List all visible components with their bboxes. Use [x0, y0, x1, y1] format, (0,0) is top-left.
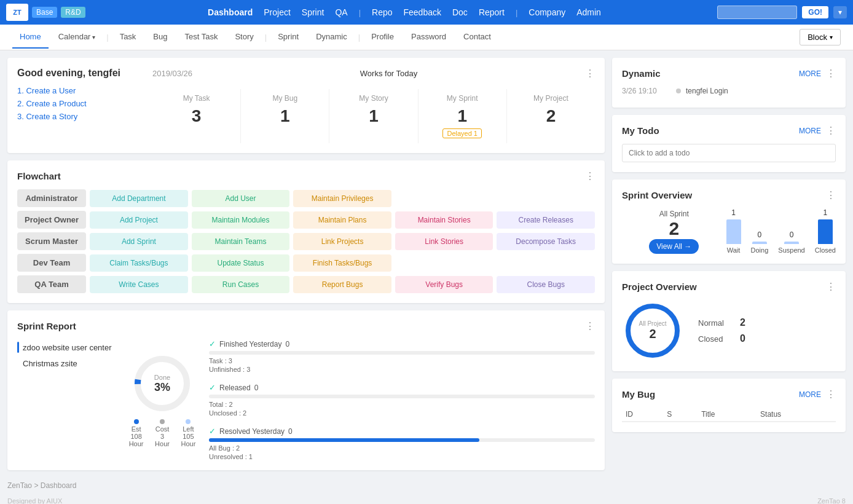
project-donut: All Project 2: [622, 300, 683, 361]
sec-nav-task[interactable]: Task: [112, 26, 144, 49]
sprint-report-menu-icon[interactable]: ⋮: [585, 320, 595, 332]
donut-left: Left 105 Hour: [178, 419, 199, 447]
greeting-menu-icon[interactable]: ⋮: [585, 68, 595, 79]
todo-menu-icon[interactable]: ⋮: [826, 125, 836, 136]
tag-rd[interactable]: R&D: [61, 7, 85, 18]
flow-add-department[interactable]: Add Department: [90, 190, 188, 207]
flow-report-bugs[interactable]: Report Bugs: [293, 276, 391, 293]
greeting-step-3[interactable]: 3. Create a Story: [17, 112, 140, 121]
flow-run-cases[interactable]: Run Cases: [192, 276, 290, 293]
nav-company[interactable]: Company: [529, 7, 565, 17]
sec-nav-calendar[interactable]: Calendar: [51, 26, 103, 49]
flow-add-user[interactable]: Add User: [192, 190, 290, 207]
search-input[interactable]: [717, 6, 797, 19]
sprint-bar-closed: 1 Closed: [815, 208, 836, 254]
todo-input[interactable]: [622, 144, 836, 162]
nav-report[interactable]: Report: [479, 7, 505, 17]
my-bug-card: My Bug MORE ⋮ ID S Title Status: [612, 379, 846, 432]
progress-resolved: ✓ Resolved Yesterday 0 All Bug : 2 Unres…: [209, 427, 595, 460]
nav-feedback[interactable]: Feedback: [403, 7, 441, 17]
flow-maintain-stories[interactable]: Maintain Stories: [395, 211, 493, 229]
greeting-step-1[interactable]: 1. Create a User: [17, 86, 140, 95]
progress-section: ✓ Finished Yesterday 0 Task : 3 Unfinish…: [209, 339, 595, 460]
left-column: Good evening, tengfei 1. Create a User 2…: [7, 58, 605, 470]
nav-qa[interactable]: QA: [335, 7, 347, 17]
bug-col-id[interactable]: ID: [622, 408, 663, 422]
nav-sprint[interactable]: Sprint: [302, 7, 324, 17]
flow-close-bugs[interactable]: Close Bugs: [497, 276, 595, 293]
bug-col-title[interactable]: Title: [698, 408, 757, 422]
breadcrumb-separator: >: [34, 481, 40, 490]
sec-nav-home[interactable]: Home: [12, 26, 49, 49]
flow-maintain-privileges[interactable]: Maintain Privileges: [293, 190, 391, 207]
my-bug-menu-icon[interactable]: ⋮: [826, 388, 836, 400]
view-all-button[interactable]: View All →: [649, 239, 699, 254]
greeting-step-2[interactable]: 2. Create a Product: [17, 99, 140, 108]
right-column: Dynamic MORE ⋮ 3/26 19:10 tengfei Login …: [612, 58, 846, 470]
flow-empty-1: [395, 194, 493, 203]
flow-add-project[interactable]: Add Project: [90, 211, 188, 229]
todo-title: My Todo: [622, 125, 659, 136]
flow-create-releases[interactable]: Create Releases: [497, 211, 595, 229]
flow-update-status[interactable]: Update Status: [192, 254, 290, 272]
sec-nav-password[interactable]: Password: [404, 26, 454, 49]
user-dropdown-button[interactable]: ▾: [833, 6, 847, 18]
greeting-steps: 1. Create a User 2. Create a Product 3. …: [17, 86, 140, 121]
flow-maintain-modules[interactable]: Maintain Modules: [192, 211, 290, 229]
sprint-item-1-label: zdoo website user center: [23, 343, 112, 352]
flow-decompose-tasks[interactable]: Decompose Tasks: [497, 233, 595, 250]
project-overview-menu-icon[interactable]: ⋮: [826, 281, 836, 293]
sprint-overview-menu-icon[interactable]: ⋮: [826, 189, 836, 201]
donut-cost-label: Cost: [155, 425, 170, 433]
sprint-overview-header: Sprint Overview ⋮: [622, 189, 836, 201]
greeting-date-row: 2019/03/26 Works for Today ⋮: [152, 68, 595, 79]
bug-col-status[interactable]: Status: [757, 408, 836, 422]
nav-project[interactable]: Project: [264, 7, 291, 17]
bar-wait-label: Wait: [727, 246, 741, 254]
todo-more-link[interactable]: MORE: [799, 127, 821, 135]
dynamic-menu-icon[interactable]: ⋮: [826, 68, 836, 79]
check-icon-3: ✓: [209, 427, 216, 436]
logo[interactable]: ZT Base R&D: [6, 4, 85, 21]
sec-nav-contact[interactable]: Contact: [456, 26, 498, 49]
flowchart-menu-icon[interactable]: ⋮: [585, 170, 595, 182]
dynamic-more-link[interactable]: MORE: [799, 69, 821, 78]
sec-nav-test-task[interactable]: Test Task: [178, 26, 226, 49]
sec-nav-sprint[interactable]: Sprint: [270, 26, 306, 49]
nav-admin[interactable]: Admin: [576, 7, 601, 17]
metric-sprint: My Sprint 1 Delayed 1: [419, 89, 507, 143]
sprint-list: zdoo website user center Christmas zsite: [17, 339, 116, 460]
flow-claim-tasks-bugs[interactable]: Claim Tasks/Bugs: [90, 254, 188, 272]
flow-verify-bugs[interactable]: Verify Bugs: [395, 276, 493, 293]
sec-nav-story[interactable]: Story: [227, 26, 261, 49]
nav-repo[interactable]: Repo: [372, 7, 392, 17]
flow-finish-tasks-bugs[interactable]: Finish Tasks/Bugs: [293, 254, 391, 272]
sec-nav-bug[interactable]: Bug: [146, 26, 175, 49]
flow-maintain-plans[interactable]: Maintain Plans: [293, 211, 391, 229]
my-bug-more-link[interactable]: MORE: [799, 390, 821, 399]
sec-nav-dynamic[interactable]: Dynamic: [309, 26, 355, 49]
flow-link-projects[interactable]: Link Projects: [293, 233, 391, 250]
greeting-card: Good evening, tengfei 1. Create a User 2…: [7, 58, 605, 153]
tag-base[interactable]: Base: [32, 7, 57, 18]
flow-add-sprint[interactable]: Add Sprint: [90, 233, 188, 250]
flow-write-cases[interactable]: Write Cases: [90, 276, 188, 293]
separator-2: |: [516, 8, 517, 17]
nav-dashboard[interactable]: Dashboard: [208, 7, 253, 17]
sec-nav-profile[interactable]: Profile: [364, 26, 401, 49]
sprint-donut-area: Done 3% Est 108 Hour Cost: [125, 339, 199, 460]
my-todo-card: My Todo MORE ⋮: [612, 115, 846, 172]
flow-link-stories[interactable]: Link Stories: [395, 233, 493, 250]
nav-doc[interactable]: Doc: [452, 7, 468, 17]
flow-maintain-teams[interactable]: Maintain Teams: [192, 233, 290, 250]
breadcrumb-zentao[interactable]: ZenTao: [7, 481, 32, 490]
go-button[interactable]: GO!: [802, 6, 828, 18]
bar-suspend-num: 0: [790, 230, 794, 239]
stat-all-bug: All Bug : 2: [209, 444, 595, 452]
sprint-item-1[interactable]: zdoo website user center: [17, 339, 116, 355]
sprint-item-2[interactable]: Christmas zsite: [17, 355, 116, 371]
metric-story: My Story 1: [329, 89, 418, 143]
block-button[interactable]: Block: [800, 29, 841, 45]
bug-col-s[interactable]: S: [663, 408, 698, 422]
proj-closed-value: 0: [740, 333, 745, 344]
